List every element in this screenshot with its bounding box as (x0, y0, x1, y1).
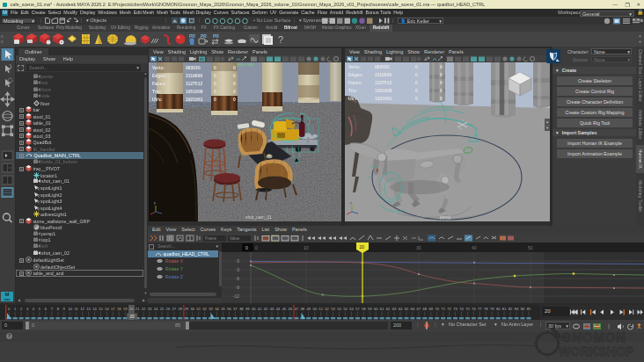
svg-text:75: 75 (465, 307, 470, 311)
svg-text:983030: 983030 (186, 65, 201, 70)
svg-text:46: 46 (289, 307, 293, 311)
svg-text:Value: Value (230, 236, 240, 241)
svg-text:THE: THE (557, 332, 561, 341)
svg-text:39: 39 (245, 307, 250, 311)
svg-text:81: 81 (502, 307, 507, 311)
svg-text:0: 0 (214, 89, 216, 94)
svg-text:12: 12 (80, 307, 84, 311)
svg-text:Verts:: Verts: (152, 65, 165, 70)
svg-text:30: 30 (190, 307, 194, 311)
svg-text:24: 24 (154, 307, 158, 311)
svg-text:54: 54 (337, 307, 341, 311)
svg-text:1127512: 1127512 (375, 80, 392, 85)
svg-text:85: 85 (527, 307, 531, 311)
svg-text:0: 0 (440, 64, 443, 69)
svg-text:-3: -3 (236, 267, 240, 272)
svg-text:-12: -12 (233, 293, 239, 299)
svg-text:19: 19 (123, 307, 128, 311)
svg-text:36: 36 (227, 307, 231, 311)
svg-text:70: 70 (435, 307, 439, 311)
svg-text:44: 44 (276, 307, 281, 311)
svg-text:WORKSHOP: WORKSHOP (559, 344, 634, 358)
svg-text:28: 28 (179, 307, 183, 311)
svg-text:22: 22 (142, 307, 146, 311)
svg-text:48: 48 (301, 307, 305, 311)
svg-text:77: 77 (478, 307, 482, 311)
svg-text:-9: -9 (236, 285, 240, 290)
svg-text:17: 17 (111, 307, 115, 311)
svg-text:57: 57 (355, 307, 360, 311)
svg-text:66: 66 (411, 307, 415, 311)
svg-text:63: 63 (392, 307, 397, 311)
svg-text:UVs:: UVs: (348, 96, 359, 101)
svg-text:Tris:: Tris: (348, 88, 358, 93)
svg-text:1921661: 1921661 (186, 97, 203, 102)
svg-text:-6: -6 (236, 276, 240, 281)
svg-text:79: 79 (490, 307, 494, 311)
svg-text:PR: PR (201, 33, 207, 39)
svg-text:PR: PR (213, 33, 219, 39)
svg-text:0: 0 (245, 245, 248, 250)
svg-text:73: 73 (453, 307, 457, 311)
svg-text:62: 62 (386, 307, 391, 311)
svg-text:0: 0 (415, 96, 418, 101)
svg-text:55: 55 (343, 307, 348, 311)
svg-text:0: 0 (214, 65, 216, 70)
svg-text:1921661: 1921661 (375, 96, 392, 101)
svg-text:15: 15 (99, 307, 103, 311)
svg-text:11: 11 (75, 307, 79, 311)
svg-text:0: 0 (255, 245, 258, 250)
svg-text:83: 83 (515, 307, 519, 311)
svg-text:20: 20 (129, 307, 134, 311)
svg-text:[960 x 540]: [960 x 540] (237, 63, 253, 67)
svg-text:Faces:: Faces: (152, 81, 166, 86)
svg-text:67: 67 (417, 307, 421, 311)
svg-text:25: 25 (160, 307, 165, 311)
svg-text:33: 33 (209, 307, 213, 311)
svg-text:56: 56 (349, 307, 354, 311)
svg-text:0: 0 (440, 96, 443, 101)
svg-text:82: 82 (509, 307, 513, 311)
svg-text:Verts:: Verts: (348, 64, 361, 69)
svg-text:31: 31 (196, 307, 201, 311)
svg-text:Frame: Frame (205, 236, 216, 241)
svg-text:40: 40 (252, 307, 256, 311)
svg-text:0: 0 (415, 88, 418, 93)
svg-text:38: 38 (239, 307, 244, 311)
svg-text:78: 78 (484, 307, 488, 311)
svg-text:2119890: 2119890 (186, 73, 202, 78)
svg-text:50: 50 (528, 245, 533, 250)
svg-text:43: 43 (270, 307, 274, 311)
svg-text:0: 0 (415, 80, 418, 85)
svg-text:0: 0 (440, 88, 443, 93)
svg-text:y: y (350, 200, 352, 205)
svg-text:80: 80 (496, 307, 501, 311)
svg-text:14: 14 (92, 307, 97, 311)
svg-text:49: 49 (306, 307, 311, 311)
svg-text:61: 61 (380, 307, 384, 311)
svg-text:65: 65 (405, 307, 409, 311)
svg-text:0: 0 (233, 81, 236, 86)
svg-text:PR: PR (189, 33, 195, 39)
svg-text:0: 0 (214, 97, 216, 102)
svg-text:59: 59 (368, 307, 372, 311)
svg-text:18: 18 (117, 307, 121, 311)
svg-text:29: 29 (184, 307, 188, 311)
svg-text:21: 21 (135, 307, 140, 311)
svg-text:0: 0 (214, 81, 216, 86)
svg-text:52: 52 (325, 307, 329, 311)
svg-text:0: 0 (440, 80, 443, 85)
svg-text:64: 64 (399, 307, 403, 311)
svg-text:Faces:: Faces: (348, 80, 362, 85)
svg-text:0: 0 (415, 72, 418, 77)
svg-text:0: 0 (415, 64, 418, 69)
svg-text:y: y (154, 200, 156, 205)
svg-text:0: 0 (214, 73, 216, 78)
svg-text:34: 34 (215, 307, 219, 311)
svg-text:13: 13 (86, 307, 91, 311)
svg-text:69: 69 (428, 307, 433, 311)
svg-text:Tris:: Tris: (152, 89, 162, 94)
svg-text:0: 0 (233, 89, 236, 94)
svg-text:Edges:: Edges: (348, 72, 363, 77)
svg-text:23: 23 (148, 307, 152, 311)
